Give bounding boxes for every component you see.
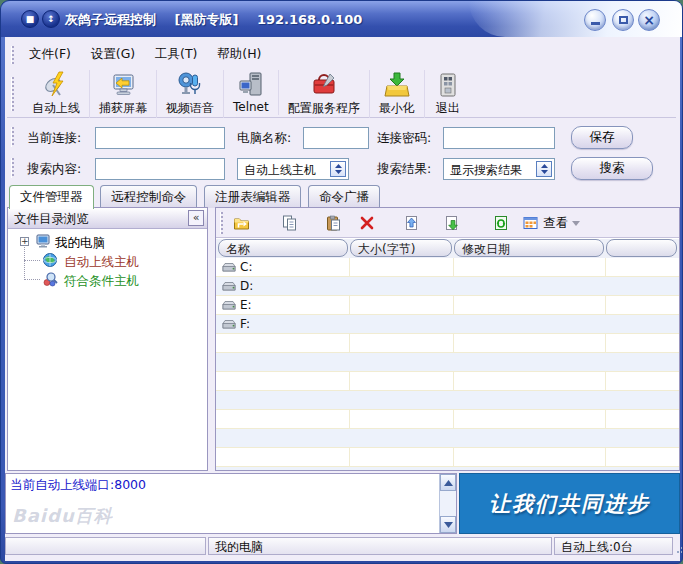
app-edition: [黑防专版]	[175, 12, 239, 27]
tree-item-online-hosts[interactable]: 自动上线主机	[64, 254, 139, 271]
arrow-down-icon	[444, 522, 453, 528]
empty-row	[216, 391, 679, 410]
search-button[interactable]: 搜索	[571, 157, 653, 180]
delete-icon	[359, 215, 375, 231]
menu-file[interactable]: 文件(F)	[21, 43, 79, 66]
tab-remote-control[interactable]: 远程控制命令	[100, 185, 197, 208]
tree-connector	[24, 260, 40, 261]
telnet-button[interactable]: Telnet	[224, 70, 279, 115]
file-toolbar-grip[interactable]	[220, 212, 223, 234]
toolbar-label: 自动上线	[32, 100, 80, 117]
empty-row	[216, 353, 679, 372]
log-scrollbar[interactable]	[439, 474, 456, 533]
save-button[interactable]: 保存	[571, 126, 633, 149]
current-connection-input[interactable]	[95, 127, 225, 149]
drive-row-c[interactable]: C:	[216, 258, 679, 277]
menu-tools[interactable]: 工具(T)	[147, 43, 205, 66]
drive-name: E:	[240, 298, 252, 312]
computer-name-input[interactable]	[303, 127, 369, 149]
collapse-panel-button[interactable]: «	[188, 210, 204, 226]
close-button[interactable]: ×	[638, 9, 660, 31]
exit-icon	[434, 71, 462, 99]
menu-settings[interactable]: 设置(G)	[83, 43, 143, 66]
search-result-dropdown[interactable]: 显示搜索结果	[443, 158, 555, 180]
promo-banner: 让我们共同进步	[459, 473, 680, 534]
search-result-label: 搜索结果:	[377, 161, 431, 178]
connection-bar-grip[interactable]	[11, 127, 14, 147]
drive-icon	[221, 300, 237, 311]
close-icon: ×	[643, 12, 655, 28]
column-extra[interactable]	[606, 239, 677, 257]
auto-online-button[interactable]: 自动上线	[23, 70, 90, 118]
delete-button[interactable]	[354, 211, 380, 235]
capture-screen-button[interactable]: 捕获屏幕	[90, 70, 157, 118]
column-header-row: 名称 大小(字节) 修改日期	[216, 239, 679, 258]
capture-screen-icon	[109, 71, 137, 99]
empty-row	[216, 410, 679, 429]
toolbar-label: 配置服务程序	[288, 100, 360, 117]
drive-name: D:	[240, 279, 253, 293]
tree-body: + 我的电脑 自动上线主机 符合条件主机	[8, 229, 207, 470]
arrow-up-icon	[444, 480, 453, 486]
column-name[interactable]: 名称	[218, 239, 348, 257]
resize-grip[interactable]	[673, 543, 683, 553]
title-bar: ■ ↕ 灰鸽子远程控制 [黑防专版] 192.168.0.100 ×	[1, 1, 683, 37]
tree-panel-title: 文件目录浏览	[14, 211, 89, 226]
dropdown-spinner-icon[interactable]	[536, 161, 552, 177]
parent-folder-button[interactable]	[228, 211, 254, 235]
empty-row	[216, 448, 679, 467]
toolbar-label: 退出	[436, 100, 460, 117]
upload-file-button[interactable]	[398, 211, 424, 235]
video-voice-button[interactable]: 视频语音	[157, 70, 224, 118]
directory-tree-panel: 文件目录浏览 « + 我的电脑 自动上线主机	[7, 207, 208, 471]
search-bar-grip[interactable]	[11, 158, 14, 178]
column-size[interactable]: 大小(字节)	[350, 239, 452, 257]
computer-name-label: 电脑名称:	[237, 130, 291, 147]
maximize-button[interactable]	[612, 9, 634, 31]
drive-row-f[interactable]: F:	[216, 315, 679, 334]
minimize-icon	[591, 22, 600, 25]
host-type-dropdown[interactable]: 自动上线主机	[237, 158, 349, 180]
empty-row	[216, 372, 679, 391]
copy-button[interactable]	[276, 211, 302, 235]
drive-icon	[221, 319, 237, 330]
app-title: 灰鸽子远程控制	[65, 12, 156, 27]
menu-help[interactable]: 帮助(H)	[209, 43, 269, 66]
tab-registry-editor[interactable]: 注册表编辑器	[204, 185, 301, 208]
tree-item-my-computer[interactable]: 我的电脑	[55, 235, 105, 252]
tree-expander[interactable]: +	[20, 237, 29, 246]
configure-service-button[interactable]: 配置服务程序	[279, 70, 370, 118]
rollup-icon[interactable]: ↕	[42, 10, 60, 28]
parent-folder-icon	[233, 215, 250, 231]
download-file-button[interactable]	[438, 211, 464, 235]
search-result-value: 显示搜索结果	[450, 162, 522, 179]
log-panel: 当前自动上线端口:8000 Baidu百科	[5, 473, 457, 534]
exit-button[interactable]: 退出	[425, 70, 471, 118]
password-input[interactable]	[443, 127, 555, 149]
minimize-to-tray-button[interactable]: 最小化	[370, 70, 425, 118]
paste-button[interactable]	[320, 211, 346, 235]
tree-connector	[24, 279, 40, 280]
scroll-down-button[interactable]	[440, 516, 456, 533]
column-modified-date[interactable]: 修改日期	[454, 239, 604, 257]
menubar-grip[interactable]	[11, 46, 14, 64]
minimize-button[interactable]	[584, 9, 606, 31]
panel-splitter[interactable]	[209, 207, 214, 471]
empty-row	[216, 429, 679, 448]
telnet-icon	[237, 71, 265, 99]
drive-row-d[interactable]: D:	[216, 277, 679, 296]
view-button[interactable]: 查看	[522, 211, 580, 235]
toolbar-grip[interactable]	[11, 77, 14, 111]
system-menu-icon[interactable]: ■	[21, 10, 39, 28]
search-content-input[interactable]	[95, 158, 225, 180]
host-type-value: 自动上线主机	[244, 162, 316, 179]
main-toolbar: 自动上线 捕获屏幕	[7, 69, 676, 118]
scroll-up-button[interactable]	[440, 474, 456, 491]
tab-file-manager[interactable]: 文件管理器	[9, 185, 94, 209]
refresh-button[interactable]	[488, 211, 514, 235]
copy-icon	[281, 215, 298, 231]
tree-item-matched-hosts[interactable]: 符合条件主机	[64, 273, 139, 290]
tab-command-broadcast[interactable]: 命令广播	[308, 185, 380, 208]
drive-row-e[interactable]: E:	[216, 296, 679, 315]
dropdown-spinner-icon[interactable]	[330, 161, 346, 177]
